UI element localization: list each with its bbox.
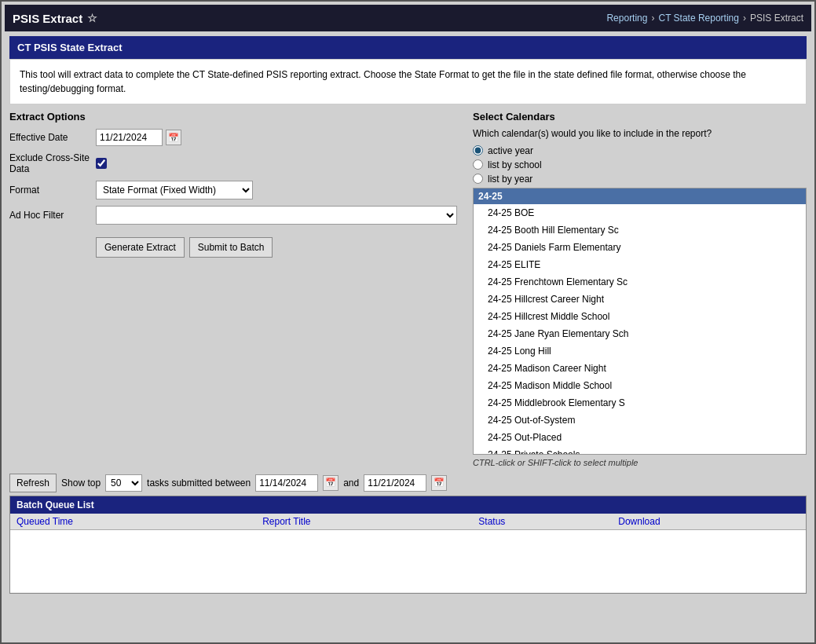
batch-date-to-calendar-icon[interactable]: 📅 — [431, 475, 447, 491]
radio-list-by-school-input[interactable] — [473, 159, 483, 170]
calendar-question: Which calendar(s) would you like to incl… — [473, 127, 807, 141]
adhoc-filter-select[interactable] — [96, 206, 457, 225]
format-select[interactable]: State Format (Fixed Width) Testing/Debug… — [96, 181, 253, 199]
batch-queue-title: Batch Queue List — [10, 496, 806, 514]
calendar-hint: CTRL-click or SHIFT-click to select mult… — [473, 458, 807, 467]
list-item[interactable]: 24-25 Frenchtown Elementary Sc — [474, 273, 806, 291]
extract-options-panel: Extract Options Effective Date 📅 Exclude… — [9, 111, 465, 467]
breadcrumb-sep-1: › — [651, 13, 654, 24]
calendar-list[interactable]: 24-25 24-25 BOE24-25 Booth Hill Elementa… — [473, 188, 807, 455]
list-item[interactable]: 24-25 Booth Hill Elementary Sc — [474, 221, 806, 239]
top-header: PSIS Extract ☆ Reporting › CT State Repo… — [5, 5, 811, 31]
col-status[interactable]: Status — [472, 514, 612, 530]
batch-controls: Refresh Show top 10 25 50 100 tasks subm… — [9, 474, 807, 492]
effective-date-row: Effective Date 📅 — [9, 129, 465, 146]
generate-extract-button[interactable]: Generate Extract — [96, 237, 185, 258]
star-icon[interactable]: ☆ — [87, 12, 97, 24]
select-calendars-title: Select Calendars — [473, 111, 807, 123]
list-item[interactable]: 24-25 Hillcrest Middle School — [474, 308, 806, 325]
show-top-select[interactable]: 10 25 50 100 — [105, 474, 142, 492]
radio-list-by-school: list by school — [473, 159, 807, 170]
adhoc-filter-label: Ad Hoc Filter — [9, 210, 96, 221]
outer-wrapper: PSIS Extract ☆ Reporting › CT State Repo… — [0, 0, 816, 644]
batch-table: Queued Time Report Title Status Download — [10, 514, 806, 593]
col-report-title[interactable]: Report Title — [256, 514, 472, 530]
radio-list-by-school-label: list by school — [488, 159, 542, 170]
page-title-area: PSIS Extract ☆ — [13, 12, 97, 25]
exclude-cross-site-control — [96, 158, 107, 169]
list-item[interactable]: 24-25 ELITE — [474, 256, 806, 273]
show-top-label: Show top — [61, 478, 101, 488]
breadcrumb-current: PSIS Extract — [750, 13, 803, 24]
breadcrumb-ct-state-reporting[interactable]: CT State Reporting — [658, 13, 739, 24]
list-item[interactable]: 24-25 Daniels Farm Elementary — [474, 239, 806, 256]
two-col-layout: Extract Options Effective Date 📅 Exclude… — [9, 111, 807, 467]
breadcrumb-sep-2: › — [743, 13, 746, 24]
list-item[interactable]: 24-25 BOE — [474, 204, 806, 221]
effective-date-input[interactable] — [96, 129, 163, 146]
batch-table-header-row: Queued Time Report Title Status Download — [10, 514, 806, 530]
effective-date-calendar-icon[interactable]: 📅 — [166, 130, 181, 145]
breadcrumb: Reporting › CT State Reporting › PSIS Ex… — [606, 13, 803, 24]
effective-date-label: Effective Date — [9, 132, 96, 143]
batch-date-from-calendar-icon[interactable]: 📅 — [323, 475, 338, 491]
batch-date-from-input[interactable] — [255, 474, 318, 492]
submit-to-batch-button[interactable]: Submit to Batch — [189, 237, 273, 258]
batch-table-body — [10, 529, 806, 592]
format-label: Format — [9, 185, 96, 196]
extract-options-title: Extract Options — [9, 111, 465, 123]
list-item[interactable]: 24-25 Out-Placed — [474, 429, 806, 446]
exclude-cross-site-label: Exclude Cross-Site Data — [9, 152, 96, 174]
list-item[interactable]: 24-25 Private Schools — [474, 446, 806, 455]
breadcrumb-reporting[interactable]: Reporting — [606, 13, 647, 24]
format-control: State Format (Fixed Width) Testing/Debug… — [96, 181, 253, 199]
list-item[interactable]: 24-25 Long Hill — [474, 342, 806, 360]
page-title: PSIS Extract — [13, 12, 82, 25]
adhoc-filter-control — [96, 206, 457, 225]
main-content: CT PSIS State Extract This tool will ext… — [5, 31, 811, 598]
effective-date-control: 📅 — [96, 129, 181, 146]
col-queued-time[interactable]: Queued Time — [10, 514, 256, 530]
col-download[interactable]: Download — [612, 514, 806, 530]
and-label: and — [343, 478, 359, 488]
radio-active-year-input[interactable] — [473, 145, 483, 156]
tasks-label: tasks submitted between — [147, 478, 251, 488]
exclude-cross-site-checkbox[interactable] — [96, 158, 107, 169]
radio-list-by-year: list by year — [473, 174, 807, 185]
refresh-button[interactable]: Refresh — [9, 474, 57, 492]
section-header: CT PSIS State Extract — [9, 36, 807, 59]
list-item[interactable]: 24-25 Madison Middle School — [474, 377, 806, 394]
list-item[interactable]: 24-25 Hillcrest Career Night — [474, 291, 806, 308]
extract-buttons-row: Generate Extract Submit to Batch — [96, 237, 465, 258]
info-box: This tool will extract data to complete … — [9, 59, 807, 104]
format-row: Format State Format (Fixed Width) Testin… — [9, 181, 465, 199]
radio-list-by-year-label: list by year — [488, 174, 532, 185]
list-item[interactable]: 24-25 Middlebrook Elementary S — [474, 394, 806, 412]
select-calendars-panel: Select Calendars Which calendar(s) would… — [473, 111, 807, 467]
radio-active-year-label: active year — [488, 145, 533, 156]
radio-active-year: active year — [473, 145, 807, 156]
list-item[interactable]: 24-25 Jane Ryan Elementary Sch — [474, 325, 806, 342]
calendar-list-header: 24-25 — [474, 188, 806, 204]
batch-date-to-input[interactable] — [364, 474, 426, 492]
radio-list-by-year-input[interactable] — [473, 174, 483, 184]
batch-queue-container: Batch Queue List Queued Time Report Titl… — [9, 496, 807, 594]
list-item[interactable]: 24-25 Out-of-System — [474, 412, 806, 429]
list-item[interactable]: 24-25 Madison Career Night — [474, 360, 806, 377]
table-row-empty — [10, 529, 806, 592]
batch-section: Refresh Show top 10 25 50 100 tasks subm… — [9, 474, 807, 594]
exclude-cross-site-row: Exclude Cross-Site Data — [9, 152, 465, 174]
adhoc-filter-row: Ad Hoc Filter — [9, 206, 465, 225]
